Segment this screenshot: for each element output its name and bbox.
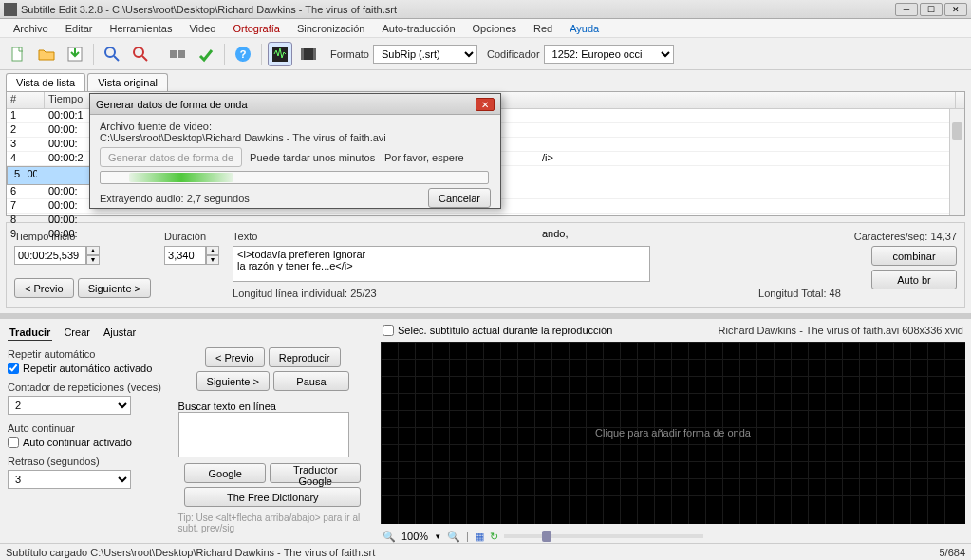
status-text: Subtítulo cargado C:\Users\root\Desktop\…: [6, 547, 375, 558]
find-icon[interactable]: [100, 42, 124, 66]
svg-rect-10: [301, 48, 304, 60]
start-spin-up[interactable]: ▲: [86, 246, 100, 255]
play-button[interactable]: Reproducir: [269, 347, 341, 367]
google-button[interactable]: Google: [184, 463, 266, 483]
loop-icon[interactable]: ↻: [490, 531, 498, 543]
close-button[interactable]: ✕: [944, 3, 967, 16]
dialog-close-button[interactable]: ✕: [476, 98, 495, 111]
waveform-dialog: Generar datos de forma de onda ✕ Archivo…: [89, 93, 501, 209]
translate-next-button[interactable]: Siguiente >: [196, 371, 270, 391]
tab-original-view[interactable]: Vista original: [87, 73, 168, 91]
repeat-label: Repetir automático: [8, 348, 169, 360]
svg-rect-11: [313, 48, 316, 60]
autocontinue-checkbox[interactable]: [8, 437, 19, 448]
maximize-button[interactable]: ☐: [920, 3, 943, 16]
search-label: Buscar texto en línea: [178, 401, 367, 412]
start-spin-down[interactable]: ▼: [86, 255, 100, 265]
help-icon[interactable]: ?: [231, 42, 255, 66]
format-select[interactable]: SubRip (.srt): [373, 45, 477, 64]
freedict-button[interactable]: The Free Dictionary: [184, 487, 361, 507]
toolbar-sep-icon: |: [466, 531, 469, 542]
window-title: Subtitle Edit 3.2.8 - C:\Users\root\Desk…: [21, 4, 895, 15]
start-time-input[interactable]: [14, 246, 86, 265]
tab-adjust[interactable]: Ajustar: [102, 325, 138, 341]
dialog-extracting-text: Extrayendo audio: 2,7 segundos: [100, 193, 250, 204]
google-translate-button[interactable]: Traductor Google: [270, 463, 361, 483]
autocontinue-label: Auto continuar: [8, 422, 169, 434]
grid-scrollbar[interactable]: [949, 109, 964, 215]
duration-input[interactable]: [164, 246, 206, 265]
svg-point-3: [134, 47, 143, 57]
app-icon: [4, 3, 17, 16]
menu-opciones[interactable]: Opciones: [465, 21, 524, 36]
tip-text: Tip: Use <alt+flecha arriba/abajo> para …: [178, 513, 367, 533]
menu-auto-traduccion[interactable]: Auto-traducción: [374, 21, 462, 36]
waveform-icon[interactable]: [268, 42, 292, 66]
translate-prev-button[interactable]: < Previo: [205, 347, 265, 367]
zoom-out-icon[interactable]: 🔍: [383, 531, 396, 543]
menubar: Archivo Editar Herramientas Video Ortogr…: [0, 19, 971, 38]
table-row[interactable]: 800:00:: [7, 214, 964, 228]
svg-rect-4: [170, 50, 177, 58]
zoom-in-icon[interactable]: 🔍: [447, 531, 460, 543]
menu-archivo[interactable]: Archivo: [6, 21, 56, 36]
spellcheck-icon[interactable]: [194, 42, 218, 66]
new-file-icon[interactable]: [6, 42, 30, 66]
dialog-title: Generar datos de forma de onda: [96, 99, 248, 110]
sync-subtitle-checkbox[interactable]: [383, 325, 394, 336]
tab-list-view[interactable]: Vista de lista: [6, 73, 85, 91]
replace-icon[interactable]: [128, 42, 153, 66]
menu-ayuda[interactable]: Ayuda: [562, 21, 607, 36]
open-file-icon[interactable]: [34, 42, 59, 66]
counter-label: Contador de repeticiones (veces): [8, 382, 169, 393]
waveform-area[interactable]: Clique para añadir forma de onda: [381, 342, 965, 524]
dialog-source-path: C:\Users\root\Desktop\Richard Dawkins - …: [100, 132, 491, 143]
dur-spin-down[interactable]: ▼: [206, 255, 219, 265]
delay-select[interactable]: 3: [8, 470, 131, 489]
prev-button[interactable]: < Previo: [14, 278, 74, 298]
encoder-select[interactable]: 1252: Europeo occi: [544, 45, 674, 64]
next-button[interactable]: Siguiente >: [78, 278, 151, 298]
format-label: Formato: [330, 48, 369, 60]
dialog-source-label: Archivo fuente de video:: [100, 121, 491, 132]
dialog-cancel-button[interactable]: Cancelar: [428, 188, 491, 208]
progress-bar: [100, 171, 489, 184]
menu-sincronizacion[interactable]: Sincronización: [289, 21, 373, 36]
table-row[interactable]: 900:00:ando,: [7, 228, 964, 242]
combine-button[interactable]: combinar: [871, 246, 957, 266]
menu-herramientas[interactable]: Herramientas: [102, 21, 179, 36]
search-textbox[interactable]: [178, 412, 349, 457]
video-icon[interactable]: [296, 42, 321, 66]
zoom-slider[interactable]: [504, 534, 703, 538]
save-icon[interactable]: [63, 42, 87, 66]
pause-button[interactable]: Pausa: [273, 371, 349, 391]
statusbar: Subtítulo cargado C:\Users\root\Desktop\…: [0, 543, 971, 560]
splitter[interactable]: [0, 313, 971, 319]
grid-toggle-icon[interactable]: ▦: [475, 531, 484, 543]
menu-red[interactable]: Red: [526, 21, 560, 36]
waveform-hint: Clique para añadir forma de onda: [595, 427, 751, 439]
titlebar: Subtitle Edit 3.2.8 - C:\Users\root\Desk…: [0, 0, 971, 19]
menu-ortografia[interactable]: Ortografía: [225, 21, 288, 36]
delay-label: Retraso (segundos): [8, 456, 169, 467]
line-length-label: Longitud línea individual: 25/23: [233, 288, 377, 299]
menu-editar[interactable]: Editar: [58, 21, 101, 36]
subtitle-text-input[interactable]: <i>todavía prefieren ignorar la razón y …: [233, 246, 650, 282]
svg-point-2: [105, 47, 115, 57]
menu-video[interactable]: Video: [181, 21, 223, 36]
counter-select[interactable]: 2: [8, 396, 131, 415]
svg-text:?: ?: [240, 48, 247, 60]
svg-rect-0: [12, 47, 22, 61]
autobr-button[interactable]: Auto br: [871, 270, 957, 289]
repeat-checkbox[interactable]: [8, 363, 19, 374]
minimize-button[interactable]: ─: [895, 3, 918, 16]
tab-create[interactable]: Crear: [62, 325, 92, 341]
col-num[interactable]: #: [7, 92, 45, 108]
encoder-label: Codificador: [487, 48, 540, 60]
dur-spin-up[interactable]: ▲: [206, 246, 219, 255]
tab-translate[interactable]: Traducir: [8, 325, 52, 341]
generate-button: Generar datos de forma de: [100, 147, 242, 167]
visual-sync-icon[interactable]: [165, 42, 190, 66]
view-tabs: Vista de lista Vista original: [0, 70, 971, 91]
svg-rect-5: [178, 50, 185, 58]
